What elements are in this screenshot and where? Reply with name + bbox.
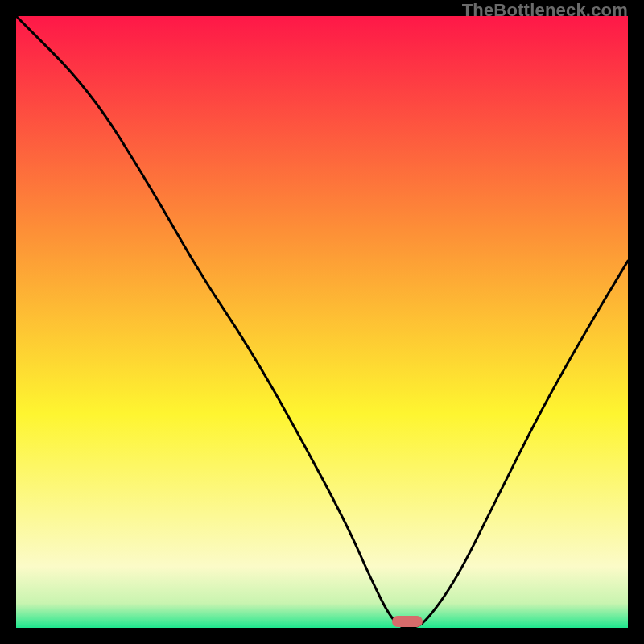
chart-frame: TheBottleneck.com (0, 0, 644, 644)
optimal-marker (392, 616, 423, 627)
plot-area (16, 16, 628, 628)
bottleneck-curve (16, 16, 628, 628)
watermark-text: TheBottleneck.com (462, 0, 628, 21)
